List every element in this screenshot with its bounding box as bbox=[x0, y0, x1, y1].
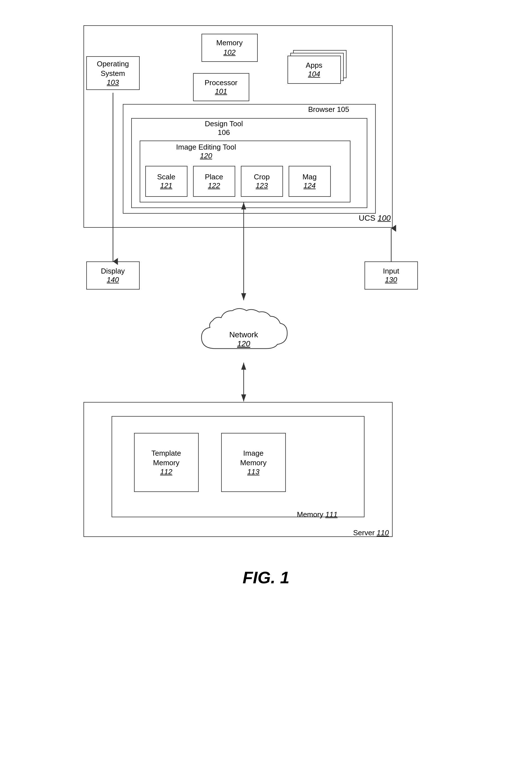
processor-101-box: Processor 101 bbox=[193, 73, 249, 101]
template-memory-112-id: 112 bbox=[160, 467, 172, 476]
crop-123-id: 123 bbox=[256, 181, 268, 190]
place-122-id: 122 bbox=[208, 181, 220, 190]
scale-121-box: Scale 121 bbox=[145, 166, 187, 197]
image-editing-tool-label: Image Editing Tool120 bbox=[176, 143, 236, 160]
apps-104-id: 104 bbox=[308, 70, 320, 79]
scale-121-id: 121 bbox=[160, 181, 172, 190]
design-tool-106-label: Design Tool106 bbox=[193, 119, 255, 137]
mag-124-box: Mag 124 bbox=[289, 166, 331, 197]
diagram: UCS 100 Memory 102 OperatingSystem 103 P… bbox=[55, 17, 477, 551]
os-103-label: OperatingSystem bbox=[97, 59, 129, 79]
image-memory-113-label: ImageMemory bbox=[240, 449, 267, 468]
figure-label: FIG. 1 bbox=[243, 568, 289, 587]
memory-111-label: Memory 111 bbox=[297, 510, 338, 519]
apps-104-box: Apps 104 bbox=[287, 56, 341, 84]
os-103-box: OperatingSystem 103 bbox=[86, 56, 140, 90]
memory-102-label: Memory bbox=[217, 38, 243, 48]
image-memory-113-box: ImageMemory 113 bbox=[221, 433, 286, 492]
processor-101-label: Processor bbox=[205, 79, 238, 87]
image-memory-113-id: 113 bbox=[247, 467, 259, 476]
crop-123-box: Crop 123 bbox=[241, 166, 283, 197]
mag-124-id: 124 bbox=[303, 181, 315, 190]
memory-102-box: Memory 102 bbox=[202, 34, 258, 62]
memory-102-id: 102 bbox=[224, 48, 236, 58]
apps-104-label: Apps bbox=[306, 61, 322, 70]
ucs-label: UCS 100 bbox=[359, 214, 391, 223]
crop-123-label: Crop bbox=[254, 173, 270, 181]
browser-105-label: Browser 105 bbox=[308, 105, 349, 114]
template-memory-112-box: TemplateMemory 112 bbox=[134, 433, 199, 492]
display-140-label: Display bbox=[101, 267, 125, 275]
network-cloud: Network 120 bbox=[190, 301, 297, 363]
display-140-id: 140 bbox=[107, 275, 119, 284]
input-130-id: 130 bbox=[385, 275, 397, 284]
scale-121-label: Scale bbox=[157, 173, 175, 181]
mag-124-label: Mag bbox=[302, 173, 317, 181]
server-110-label: Server 110 bbox=[353, 529, 389, 537]
input-130-box: Input 130 bbox=[365, 261, 418, 290]
template-memory-112-label: TemplateMemory bbox=[151, 449, 181, 468]
display-140-box: Display 140 bbox=[86, 261, 140, 290]
place-122-box: Place 122 bbox=[193, 166, 235, 197]
place-122-label: Place bbox=[205, 173, 223, 181]
processor-101-id: 101 bbox=[215, 87, 227, 96]
svg-text:Network: Network bbox=[229, 330, 258, 339]
svg-text:120: 120 bbox=[237, 339, 250, 348]
input-130-label: Input bbox=[383, 267, 399, 275]
os-103-id: 103 bbox=[107, 78, 119, 87]
